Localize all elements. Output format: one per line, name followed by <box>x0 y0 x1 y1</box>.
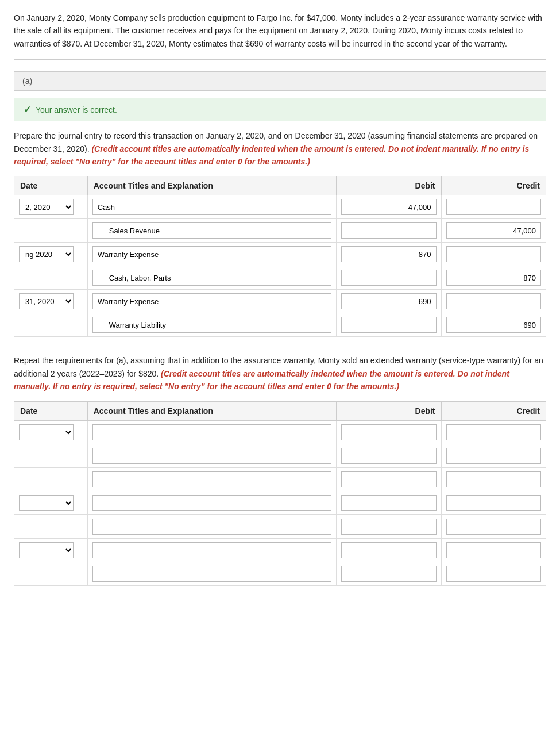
table-header-row: Date Account Titles and Explanation Debi… <box>14 401 546 420</box>
debit-cell-b1 <box>337 420 441 444</box>
account-header-b: Account Titles and Explanation <box>87 401 336 420</box>
debit-cell-b2 <box>337 444 441 467</box>
debit-cell-b3 <box>337 467 441 491</box>
debit-cell-b4 <box>337 491 441 514</box>
page: On January 2, 2020, Monty Company sells … <box>0 0 560 615</box>
date-select-1[interactable]: 2, 2020 <box>19 199 74 215</box>
account-input-1[interactable] <box>92 199 331 215</box>
credit-cell <box>441 195 546 219</box>
date-select-3[interactable]: 31, 2020 <box>19 293 74 309</box>
credit-cell-b7 <box>441 562 546 585</box>
account-input-b6[interactable] <box>92 542 331 558</box>
account-cell <box>87 266 336 290</box>
debit-input-b2[interactable] <box>341 448 436 464</box>
account-input-2[interactable] <box>92 222 331 239</box>
credit-input-5[interactable] <box>446 293 541 309</box>
account-cell-b2 <box>87 444 336 467</box>
debit-cell <box>337 243 441 266</box>
debit-input-2[interactable] <box>341 222 436 239</box>
date-header: Date <box>14 176 88 195</box>
credit-cell <box>441 219 546 243</box>
credit-cell-b3 <box>441 467 546 491</box>
account-cell <box>87 219 336 243</box>
debit-header: Debit <box>337 176 441 195</box>
credit-cell-b5 <box>441 514 546 538</box>
account-input-b1[interactable] <box>92 424 331 440</box>
debit-input-1[interactable] <box>341 199 436 215</box>
debit-input-6[interactable] <box>341 317 436 333</box>
credit-cell-b4 <box>441 491 546 514</box>
table-header-row: Date Account Titles and Explanation Debi… <box>14 176 546 195</box>
table-row <box>14 538 546 562</box>
credit-cell-b2 <box>441 444 546 467</box>
account-input-b7[interactable] <box>92 566 331 582</box>
credit-input-b6[interactable] <box>446 542 541 558</box>
intro-text: On January 2, 2020, Monty Company sells … <box>14 11 546 60</box>
credit-header-b: Credit <box>441 401 546 420</box>
date-cell-b4 <box>14 491 88 514</box>
account-cell-b5 <box>87 514 336 538</box>
credit-input-3[interactable] <box>446 246 541 262</box>
debit-input-b5[interactable] <box>341 519 436 535</box>
check-icon: ✓ <box>24 104 31 115</box>
credit-input-b2[interactable] <box>446 448 541 464</box>
credit-input-4[interactable] <box>446 270 541 286</box>
account-input-4[interactable] <box>92 270 331 286</box>
date-cell <box>14 219 88 243</box>
date-cell <box>14 266 88 290</box>
debit-cell-b6 <box>337 538 441 562</box>
debit-cell <box>337 219 441 243</box>
debit-cell <box>337 266 441 290</box>
debit-input-b3[interactable] <box>341 471 436 487</box>
credit-input-1[interactable] <box>446 199 541 215</box>
date-select-2[interactable]: ng 2020 <box>19 246 74 262</box>
table-row <box>14 219 546 243</box>
debit-input-5[interactable] <box>341 293 436 309</box>
account-cell-b6 <box>87 538 336 562</box>
account-input-b3[interactable] <box>92 471 331 487</box>
credit-cell-b6 <box>441 538 546 562</box>
section-a-table: Date Account Titles and Explanation Debi… <box>14 176 546 337</box>
credit-input-2[interactable] <box>446 222 541 239</box>
section-a: (a) ✓ Your answer is correct. Prepare th… <box>14 71 546 337</box>
credit-cell <box>441 266 546 290</box>
table-row <box>14 467 546 491</box>
debit-input-b4[interactable] <box>341 495 436 511</box>
date-select-b2[interactable] <box>19 495 74 511</box>
date-header-b: Date <box>14 401 88 420</box>
debit-cell <box>337 290 441 313</box>
credit-input-b3[interactable] <box>446 471 541 487</box>
credit-input-b7[interactable] <box>446 566 541 582</box>
date-select-b1[interactable] <box>19 424 74 440</box>
debit-input-3[interactable] <box>341 246 436 262</box>
credit-input-6[interactable] <box>446 317 541 333</box>
date-cell-b2 <box>14 444 88 467</box>
date-select-b3[interactable] <box>19 542 74 558</box>
debit-input-b7[interactable] <box>341 566 436 582</box>
debit-input-b6[interactable] <box>341 542 436 558</box>
credit-input-b4[interactable] <box>446 495 541 511</box>
date-cell-b3 <box>14 467 88 491</box>
section-a-instructions: Prepare the journal entry to record this… <box>14 129 546 168</box>
account-cell <box>87 243 336 266</box>
debit-input-b1[interactable] <box>341 424 436 440</box>
section-a-header: (a) <box>14 71 546 91</box>
credit-input-b5[interactable] <box>446 519 541 535</box>
account-input-b2[interactable] <box>92 448 331 464</box>
table-row <box>14 562 546 585</box>
credit-cell-b1 <box>441 420 546 444</box>
account-input-6[interactable] <box>92 317 331 333</box>
credit-cell <box>441 290 546 313</box>
table-row <box>14 266 546 290</box>
table-row: ng 2020 <box>14 243 546 266</box>
account-input-3[interactable] <box>92 246 331 262</box>
account-input-b5[interactable] <box>92 519 331 535</box>
credit-cell <box>441 243 546 266</box>
credit-input-b1[interactable] <box>446 424 541 440</box>
date-cell-b5 <box>14 514 88 538</box>
date-cell: 31, 2020 <box>14 290 88 313</box>
debit-cell <box>337 313 441 337</box>
account-input-5[interactable] <box>92 293 331 309</box>
debit-input-4[interactable] <box>341 270 436 286</box>
account-input-b4[interactable] <box>92 495 331 511</box>
